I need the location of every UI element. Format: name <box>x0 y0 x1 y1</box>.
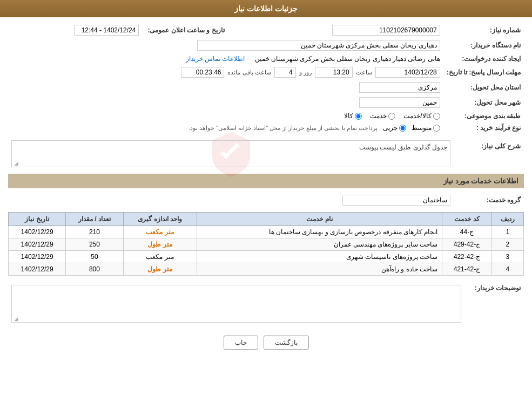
group-input[interactable] <box>342 195 450 206</box>
group-label: گروه خدمت: <box>454 193 524 208</box>
contact-link[interactable]: اطلاعات تماس خریدار <box>186 55 245 63</box>
buyer-desc-table: توضیحات خریدار: ◢ <box>8 280 524 327</box>
page-header: جزئیات اطلاعات نیاز <box>0 0 532 17</box>
cell-name: ساخت سایر پروژه‌های مهندسی عمران <box>197 238 442 251</box>
radio-kala[interactable]: کالا <box>344 112 362 120</box>
page-title: جزئیات اطلاعات نیاز <box>234 4 298 13</box>
deadline-row: مهلت ارسال پاسخ: تا تاریخ: ساعت روز و سا… <box>8 65 524 80</box>
category-label: طبقه بندی موضوعی: <box>443 110 524 122</box>
deadline-value: ساعت روز و ساعت باقی مانده <box>8 65 443 80</box>
cell-num: 4 <box>491 263 523 276</box>
deadline-days-input[interactable] <box>274 67 296 78</box>
buyer-org-input[interactable] <box>197 40 440 51</box>
creator-row: ایجاد کننده درخواست: هانی رضائی دهیار ده… <box>8 53 524 65</box>
radio-kala-khadamat[interactable]: کالا/خدمت <box>403 112 440 120</box>
services-header-row: ردیف کد خدمت نام خدمت واحد اندازه گیری ت… <box>9 213 524 226</box>
sharh-table: شرح کلی نیاز: جدول گذلری طبق لیست پیوست <box>8 138 524 169</box>
info-table: شماره نیاز: تاریخ و ساعت اعلان عمومی: نا… <box>8 23 524 134</box>
cell-code: ج-44 <box>442 226 492 238</box>
group-row: گروه خدمت: <box>8 193 524 208</box>
province-input[interactable] <box>359 82 440 93</box>
cell-name: ساخت جاده و راه‌آهن <box>197 263 442 276</box>
cell-name: انجام کارهای متفرقه درخصوص بازسازی و بهس… <box>197 226 442 238</box>
buyer-desc-row: توضیحات خریدار: ◢ <box>8 280 524 327</box>
sharh-label: شرح کلی نیاز: <box>454 138 524 169</box>
services-title: اطلاعات خدمات مورد نیاز <box>443 177 518 185</box>
cell-qty: 250 <box>66 238 123 251</box>
col-date: تاریخ نیاز <box>9 213 66 226</box>
sharh-resize-handle[interactable]: ◢ <box>13 160 18 166</box>
buyer-desc-label: توضیحات خریدار: <box>464 280 524 327</box>
city-value <box>8 95 443 110</box>
cell-unit: متر طول <box>123 263 197 276</box>
radio-khadamat[interactable]: خدمت <box>370 112 395 120</box>
province-label: استان محل تحویل: <box>443 80 524 95</box>
pub-date-input[interactable] <box>74 25 139 36</box>
pub-date-value <box>8 23 142 38</box>
cell-num: 1 <box>491 226 523 238</box>
cell-qty: 210 <box>66 226 123 238</box>
table-row: 4 ج-42-421 ساخت جاده و راه‌آهن متر طول 8… <box>9 263 524 276</box>
sharh-row: شرح کلی نیاز: جدول گذلری طبق لیست پیوست <box>8 138 524 169</box>
sharh-text: جدول گذلری طبق لیست پیوست <box>359 143 447 151</box>
cell-date: 1402/12/29 <box>9 226 66 238</box>
col-unit: واحد اندازه گیری <box>123 213 197 226</box>
buyer-org-value <box>8 38 443 53</box>
need-number-input[interactable] <box>332 25 440 36</box>
cell-unit: متر طول <box>123 238 197 251</box>
button-group: بازگشت چاپ <box>8 336 524 350</box>
deadline-date-input[interactable] <box>375 67 440 78</box>
cell-name: ساخت پروژه‌های تاسیسات شهری <box>197 251 442 263</box>
city-row: شهر محل تحویل: <box>8 95 524 110</box>
table-row: 2 ج-42-429 ساخت سایر پروژه‌های مهندسی عم… <box>9 238 524 251</box>
radio-mottavasset[interactable]: متوسط <box>412 124 440 132</box>
deadline-days-label: روز و <box>299 69 312 76</box>
creator-text: هانی رضائی دهیار دهیاری ریحان سفلی بخش م… <box>255 55 440 63</box>
cell-qty: 800 <box>66 263 123 276</box>
services-thead: ردیف کد خدمت نام خدمت واحد اندازه گیری ت… <box>9 213 524 226</box>
radio-jozii[interactable]: جزیی <box>383 124 406 132</box>
radio-jozii-input[interactable] <box>399 125 406 132</box>
radio-mottavasset-input[interactable] <box>433 125 440 132</box>
buyer-desc-value: ◢ <box>8 280 464 327</box>
deadline-remaining-input[interactable] <box>181 67 224 78</box>
cell-unit: متر مکعب <box>123 226 197 238</box>
proctype-label: نوع فرآیند خرید : <box>443 122 524 134</box>
proctype-note: پرداخت تمام یا بخشی از مبلغ خریدار از مح… <box>188 125 378 132</box>
deadline-remaining-label: ساعت باقی مانده <box>227 69 271 76</box>
group-value <box>8 193 454 208</box>
need-number-label: شماره نیاز: <box>443 23 524 38</box>
deadline-time-input[interactable] <box>315 67 353 78</box>
deadline-label: مهلت ارسال پاسخ: تا تاریخ: <box>443 65 524 80</box>
province-row: استان محل تحویل: <box>8 80 524 95</box>
print-button[interactable]: چاپ <box>224 336 258 350</box>
cell-date: 1402/12/29 <box>9 238 66 251</box>
category-value: کالا/خدمت خدمت کالا <box>8 110 443 122</box>
buyer-org-label: نام دستگاه خریدار: <box>443 38 524 53</box>
cell-unit: متر مکعب <box>123 251 197 263</box>
city-input[interactable] <box>359 97 440 108</box>
col-service-code: کد خدمت <box>442 213 492 226</box>
buyer-desc-resize[interactable]: ◢ <box>13 316 18 321</box>
main-content: شماره نیاز: تاریخ و ساعت اعلان عمومی: نا… <box>0 17 532 363</box>
radio-kala-khadamat-input[interactable] <box>433 113 440 120</box>
radio-khadamat-input[interactable] <box>388 113 395 120</box>
pub-date-label: تاریخ و ساعت اعلان عمومی: <box>142 23 227 38</box>
creator-label: ایجاد کننده درخواست: <box>443 53 524 65</box>
radio-kala-input[interactable] <box>355 113 362 120</box>
col-row-num: ردیف <box>491 213 523 226</box>
col-service-name: نام خدمت <box>197 213 442 226</box>
radio-kala-khadamat-label: کالا/خدمت <box>403 112 431 120</box>
proctype-value: متوسط جزیی پرداخت تمام یا بخشی از مبلغ خ… <box>8 122 443 134</box>
radio-jozii-label: جزیی <box>383 124 398 132</box>
back-button[interactable]: بازگشت <box>264 336 309 350</box>
cell-date: 1402/12/29 <box>9 263 66 276</box>
city-label: شهر محل تحویل: <box>443 95 524 110</box>
cell-date: 1402/12/29 <box>9 251 66 263</box>
category-row: طبقه بندی موضوعی: کالا/خدمت خدمت <box>8 110 524 122</box>
cell-num: 2 <box>491 238 523 251</box>
province-value <box>8 80 443 95</box>
sharh-value: جدول گذلری طبق لیست پیوست ◢ <box>8 138 454 169</box>
group-table: گروه خدمت: <box>8 193 524 208</box>
creator-value: هانی رضائی دهیار دهیاری ریحان سفلی بخش م… <box>8 53 443 65</box>
